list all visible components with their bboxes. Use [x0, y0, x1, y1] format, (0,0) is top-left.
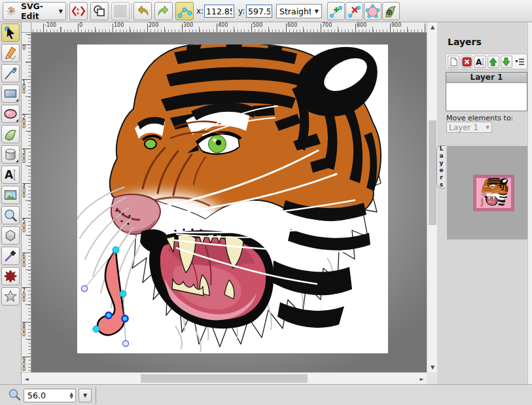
tool-path[interactable] — [1, 125, 20, 143]
new-layer-button[interactable] — [448, 56, 459, 68]
tool-line[interactable] — [1, 64, 20, 82]
zoom-tool-icon — [3, 208, 18, 222]
tool-eyedropper[interactable] — [1, 247, 20, 265]
new-layer-icon — [449, 57, 459, 67]
tool-zoom[interactable] — [1, 206, 20, 224]
undo-button[interactable] — [133, 2, 152, 20]
layer-row[interactable]: Layer 1 — [446, 73, 527, 83]
redo-button[interactable] — [154, 2, 173, 20]
x-coordinate-label: x: — [196, 7, 204, 16]
ruler-label: 2 0 0 — [22, 115, 26, 129]
zoom-level-icon — [8, 388, 21, 401]
path-node[interactable] — [122, 315, 128, 321]
ruler-label: 1 0 0 — [22, 80, 26, 94]
delete-layer-icon — [462, 57, 472, 67]
vertical-scroll-thumb[interactable] — [429, 120, 436, 225]
horizontal-scroll-thumb[interactable] — [141, 374, 308, 383]
svg-canvas[interactable] — [77, 44, 388, 353]
overlapping-shapes-icon — [92, 4, 107, 18]
edit-source-button[interactable]: s v — [69, 2, 88, 20]
grid-button[interactable] — [111, 2, 130, 20]
rename-layer-button[interactable]: A — [474, 56, 486, 68]
segment-type-select[interactable]: Straight — [277, 5, 321, 18]
scroll-left-button[interactable]: ◄ — [22, 373, 31, 385]
x-coordinate-input[interactable] — [204, 5, 234, 18]
ruler-label: 100 — [114, 22, 124, 28]
path-node[interactable] — [120, 291, 126, 297]
ruler-label: 700 — [322, 22, 332, 28]
layer-buttons-row: A — [446, 54, 527, 69]
delete-layer-button[interactable] — [461, 56, 472, 68]
rectangle-tool-icon — [3, 86, 18, 101]
horizontal-ruler: -10001002003004005006007008009001000 — [31, 22, 427, 33]
canvas-thumbnail — [473, 175, 514, 211]
ruler-label: 0 — [22, 46, 26, 50]
scrollbar-corner — [427, 372, 437, 384]
move-layer-down-button[interactable] — [501, 56, 512, 68]
layers-panel-toggle-tab[interactable]: Layers — [436, 145, 446, 188]
scroll-right-button[interactable]: ► — [417, 373, 427, 385]
layer-up-icon — [488, 57, 498, 67]
delete-node-button[interactable] — [346, 2, 363, 20]
hexagon-icon — [3, 228, 18, 243]
tool-select[interactable] — [1, 24, 20, 42]
horizontal-scrollbar[interactable]: ◄ ► — [22, 372, 427, 384]
vertical-ruler: 01 0 02 0 03 0 04 0 05 0 06 0 07 0 08 0 … — [22, 33, 31, 372]
zoom-spinner[interactable]: ▲ ▼ — [70, 393, 73, 399]
rename-layer-icon: A — [475, 57, 485, 67]
tool-text[interactable]: A — [1, 166, 20, 184]
add-node-button[interactable] — [327, 2, 345, 20]
ruler-label: 600 — [287, 22, 297, 28]
move-layer-up-button[interactable] — [488, 56, 499, 68]
tool-pencil[interactable] — [1, 44, 20, 62]
layer-list: Layer 1 — [446, 72, 527, 111]
zoom-preset-dropdown[interactable]: ▼ — [79, 389, 92, 402]
path-node[interactable] — [105, 312, 111, 318]
toolbar-separator — [67, 3, 68, 19]
vertical-scrollbar[interactable]: ▲ ▼ — [427, 22, 437, 372]
move-elements-selectwrap: Layer 1 ▼ — [446, 122, 492, 133]
tool-image[interactable] — [1, 186, 20, 204]
scroll-up-button[interactable]: ▲ — [427, 22, 438, 32]
path-control-point[interactable] — [123, 341, 129, 347]
pencil-tool-icon — [3, 46, 18, 60]
scroll-down-button[interactable]: ▼ — [427, 362, 438, 372]
logo-label: SVG-Edit — [21, 1, 55, 21]
zoom-value-input[interactable] — [24, 391, 58, 400]
close-path-icon — [365, 4, 380, 19]
node-edit-mode-button[interactable] — [175, 2, 194, 20]
tiger-drawing[interactable] — [77, 44, 388, 353]
tool-shape-library[interactable] — [1, 145, 20, 164]
main-menu-button[interactable]: ✳ ✎ SVG-Edit ▼ — [3, 2, 66, 20]
convert-to-path-button[interactable] — [382, 2, 400, 20]
ruler-label: -100 — [44, 22, 56, 28]
ruler-label: 200 — [149, 22, 158, 28]
toolbar-separator — [132, 3, 132, 19]
layer-down-icon — [501, 57, 511, 67]
close-path-button[interactable] — [364, 2, 381, 20]
svg-text:A: A — [476, 58, 482, 67]
path-node[interactable] — [113, 247, 119, 253]
path-node[interactable] — [93, 326, 99, 332]
add-node-icon — [328, 4, 344, 19]
tool-rectangle[interactable] — [1, 84, 20, 103]
path-control-point[interactable] — [82, 286, 88, 292]
spin-down-icon[interactable]: ▼ — [70, 396, 73, 399]
tool-polygon[interactable] — [1, 226, 20, 245]
document-shapes-button[interactable] — [90, 2, 109, 20]
tool-star[interactable] — [1, 287, 20, 306]
y-coordinate-input[interactable] — [246, 5, 272, 18]
convert-to-path-icon — [383, 4, 399, 19]
star-icon — [3, 289, 18, 304]
line-tool-icon — [3, 66, 18, 80]
layer-more-options-button[interactable] — [514, 56, 525, 68]
move-elements-select[interactable]: Layer 1 — [447, 123, 491, 132]
undo-icon — [135, 3, 151, 19]
window-scrollbar-strip[interactable] — [527, 22, 532, 405]
ruler-label: 7 0 0 — [22, 289, 26, 302]
segment-type-selectwrap: Straight ▼ — [276, 4, 322, 18]
tool-star-complex[interactable] — [1, 267, 20, 285]
ruler-label: 500 — [253, 22, 262, 28]
workarea[interactable] — [31, 33, 427, 372]
tool-ellipse[interactable] — [1, 105, 20, 123]
